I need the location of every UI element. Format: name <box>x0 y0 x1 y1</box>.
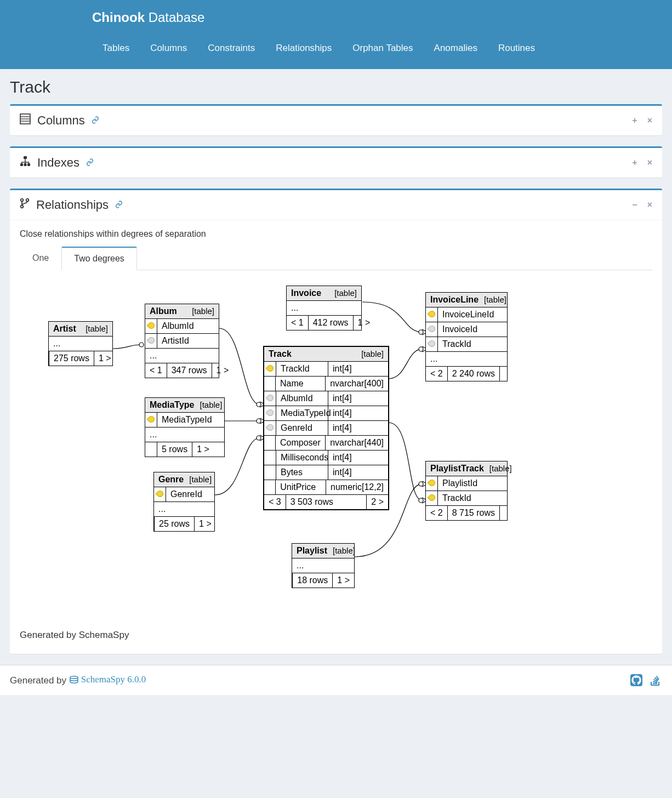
svg-point-17 <box>419 498 423 503</box>
entity-name: Playlist <box>297 546 327 556</box>
nav-routines[interactable]: Routines <box>488 37 545 59</box>
anchor-link-icon[interactable] <box>86 158 94 168</box>
panel-title-text: Relationships <box>36 198 109 212</box>
column-name: MediaTypeId <box>276 406 328 420</box>
nav-relationships[interactable]: Relationships <box>265 37 342 59</box>
entity-type: [table] <box>200 400 223 409</box>
column-name: Name <box>276 377 326 391</box>
column-name: Bytes <box>276 465 328 480</box>
primary-key-icon <box>427 310 436 319</box>
expand-icon[interactable]: + <box>632 158 637 168</box>
primary-key-icon <box>146 415 156 424</box>
main-nav: Tables Columns Constraints Relationships… <box>0 32 672 69</box>
panel-header: Indexes + × <box>10 148 662 178</box>
in-degree: < 2 <box>426 506 448 520</box>
entity-name: MediaType <box>150 400 195 410</box>
foreign-key-icon <box>265 394 275 403</box>
row-count: 3 503 rows <box>286 495 367 509</box>
nav-tables[interactable]: Tables <box>92 37 140 59</box>
entity-genre[interactable]: Genre[table] GenreId ... 25 rows 1 > <box>153 472 215 532</box>
entity-artist[interactable]: Artist[table] ... 275 rows 1 > <box>48 321 113 366</box>
entity-playlist[interactable]: Playlist[table] ... 18 rows 1 > <box>292 543 355 588</box>
panel-tools: + × <box>632 116 652 126</box>
schemaspy-link[interactable]: SchemaSpy 6.0.0 <box>69 674 146 685</box>
entity-type: [table] <box>86 324 108 333</box>
entity-type: [table] <box>361 349 384 358</box>
row-count: 2 240 rows <box>448 367 500 381</box>
svg-rect-4 <box>24 156 27 159</box>
in-degree: < 3 <box>264 495 286 509</box>
ellipsis: ... <box>145 428 161 442</box>
column-type: int[4] <box>328 406 356 420</box>
panel-title-text: Indexes <box>37 156 79 170</box>
svg-point-12 <box>257 402 261 407</box>
column-name: TrackId <box>438 491 476 505</box>
primary-key-icon <box>427 493 436 503</box>
entity-invoiceline[interactable]: InvoiceLine[table] InvoiceLineId Invoice… <box>425 292 508 381</box>
entity-name: Album <box>150 306 177 316</box>
nav-orphan-tables[interactable]: Orphan Tables <box>342 37 423 59</box>
foreign-key-icon <box>265 423 275 432</box>
github-icon[interactable] <box>629 673 643 687</box>
entity-mediatype[interactable]: MediaType[table] MediaTypeId ... 5 rows … <box>145 397 225 457</box>
column-type: int[4] <box>328 421 356 435</box>
footer-icons <box>629 673 662 687</box>
close-icon[interactable]: × <box>647 158 652 168</box>
nav-constraints[interactable]: Constraints <box>197 37 265 59</box>
foreign-key-icon <box>265 408 275 418</box>
close-icon[interactable]: × <box>647 116 652 126</box>
panel-relationships: Relationships − × Close relationships wi… <box>10 189 662 654</box>
panel-header: Columns + × <box>10 106 662 135</box>
entity-name: Invoice <box>291 288 321 298</box>
nav-anomalies[interactable]: Anomalies <box>424 37 488 59</box>
out-degree: 1 > <box>195 517 216 531</box>
foreign-key-icon <box>146 336 156 345</box>
column-name: GenreId <box>166 487 207 501</box>
tab-one-degree[interactable]: One <box>20 247 61 270</box>
svg-point-10 <box>26 199 29 202</box>
ellipsis: ... <box>426 352 442 366</box>
out-degree: 1 > <box>354 316 375 330</box>
nav-columns[interactable]: Columns <box>140 37 197 59</box>
out-degree: 2 > <box>367 495 388 509</box>
panel-tools: − × <box>632 200 652 210</box>
row-count: 8 715 rows <box>448 506 500 520</box>
entity-invoice[interactable]: Invoice[table] ... < 1 412 rows 1 > <box>286 286 362 330</box>
panel-indexes: Indexes + × <box>10 146 662 178</box>
stackoverflow-icon[interactable] <box>648 673 662 687</box>
row-count: 275 rows <box>49 351 94 366</box>
entity-type: [table] <box>484 295 506 304</box>
panel-title: Columns <box>20 113 99 128</box>
row-count: 347 rows <box>167 363 212 378</box>
entity-type: [table] <box>489 464 512 473</box>
column-name: Composer <box>276 436 326 450</box>
svg-rect-7 <box>27 163 30 166</box>
entity-type: [table] <box>189 475 212 484</box>
column-type: int[4] <box>328 451 356 465</box>
svg-rect-6 <box>24 163 27 166</box>
column-type: int[4] <box>328 362 356 376</box>
database-icon <box>69 676 79 683</box>
expand-icon[interactable]: + <box>632 116 637 126</box>
close-icon[interactable]: × <box>647 200 652 210</box>
entity-type: [table] <box>192 306 214 316</box>
branch-icon <box>20 198 30 212</box>
entity-album[interactable]: Album[table] AlbumId ArtistId ... < 1 34… <box>145 304 219 378</box>
entity-track[interactable]: Track[table] TrackIdint[4] Namenvarchar[… <box>263 346 389 510</box>
svg-rect-5 <box>20 163 23 166</box>
in-degree: < 1 <box>287 316 309 330</box>
row-count: 25 rows <box>155 517 195 531</box>
svg-point-19 <box>70 676 78 679</box>
entity-playlisttrack[interactable]: PlaylistTrack[table] PlaylistId TrackId … <box>425 461 508 521</box>
column-name: InvoiceId <box>438 322 482 337</box>
anchor-link-icon[interactable] <box>115 201 123 210</box>
panel-columns: Columns + × <box>10 104 662 135</box>
ellipsis: ... <box>292 558 308 573</box>
tab-two-degrees[interactable]: Two degrees <box>61 247 137 270</box>
panel-title-text: Columns <box>37 113 85 128</box>
ellipsis: ... <box>154 502 170 516</box>
panel-body: Close relationships within degrees of se… <box>10 220 662 654</box>
collapse-icon[interactable]: − <box>632 200 637 210</box>
brand-strong: Chinook <box>92 10 145 25</box>
anchor-link-icon[interactable] <box>92 116 99 126</box>
